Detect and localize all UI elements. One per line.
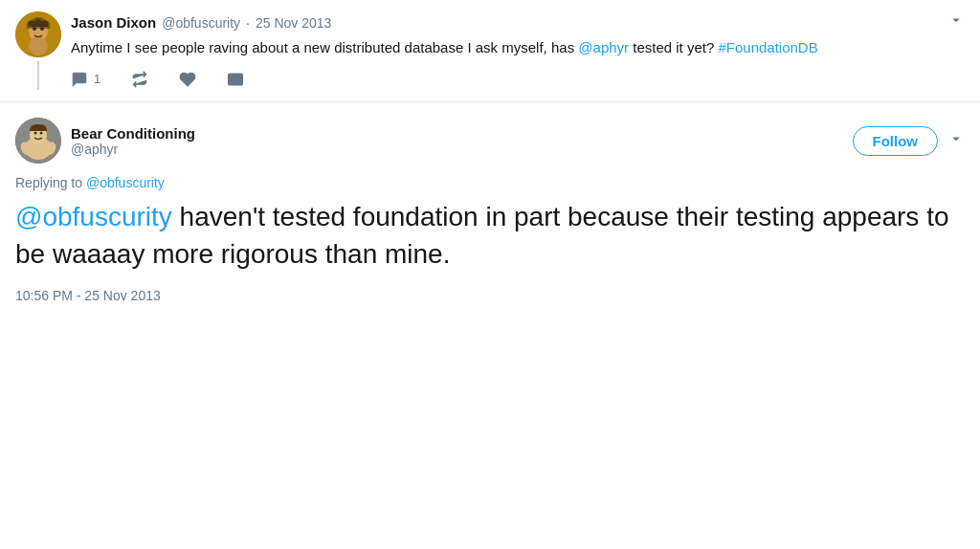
tweet-1-chevron-icon[interactable] [947,11,965,33]
reply-count: 1 [94,72,100,86]
svg-point-8 [34,132,37,135]
tweet-1-separator: · [246,15,250,31]
tweet-2-text: @obfuscurity haven't tested foundation i… [15,198,965,273]
replying-to: Replying to @obfuscurity [15,175,965,190]
tweet-1: Jason Dixon @obfuscurity · 25 Nov 2013 A… [0,0,980,102]
replying-to-mention[interactable]: @obfuscurity [86,175,165,190]
avatar-jason [15,11,61,57]
svg-point-9 [40,132,43,135]
follow-button[interactable]: Follow [853,126,939,156]
avatar-bear [15,118,61,164]
retweet-action[interactable] [131,71,148,88]
tweet-1-username[interactable]: @obfuscurity [162,15,240,31]
svg-point-2 [29,36,48,55]
like-action[interactable] [179,71,196,88]
tweet-1-display-name: Jason Dixon [71,14,156,31]
reply-icon [71,71,88,88]
mention-aphyr[interactable]: @aphyr [578,39,629,55]
tweet-1-actions: 1 [71,71,965,88]
tweet-2-header-right: Follow [853,126,966,156]
tweet-2-header: Bear Conditioning @aphyr Follow [15,118,965,164]
tweet-2-mention[interactable]: @obfuscurity [15,202,172,231]
tweet-2-chevron-icon[interactable] [947,130,965,152]
reply-action[interactable]: 1 [71,71,100,88]
tweet-2-display-name: Bear Conditioning [71,125,195,142]
like-icon [179,71,196,88]
tweet-2-user-section: Bear Conditioning @aphyr [15,118,195,164]
replying-to-label: Replying to [15,175,82,190]
retweet-icon [131,71,148,88]
tweet-2-timestamp: 10:56 PM - 25 Nov 2013 [15,288,965,318]
mail-icon [227,71,244,88]
tweet-1-text: Anytime I see people raving about a new … [71,37,965,59]
tweet-2: Bear Conditioning @aphyr Follow Replying… [0,102,980,318]
tweet-2-username[interactable]: @aphyr [71,142,195,157]
mail-action[interactable] [227,71,244,88]
hashtag-foundationdb[interactable]: #FoundationDB [718,39,817,55]
tweet-1-timestamp: 25 Nov 2013 [256,15,331,31]
tweet-2-user-info: Bear Conditioning @aphyr [71,125,195,157]
tweet-1-body: Jason Dixon @obfuscurity · 25 Nov 2013 A… [71,11,965,88]
